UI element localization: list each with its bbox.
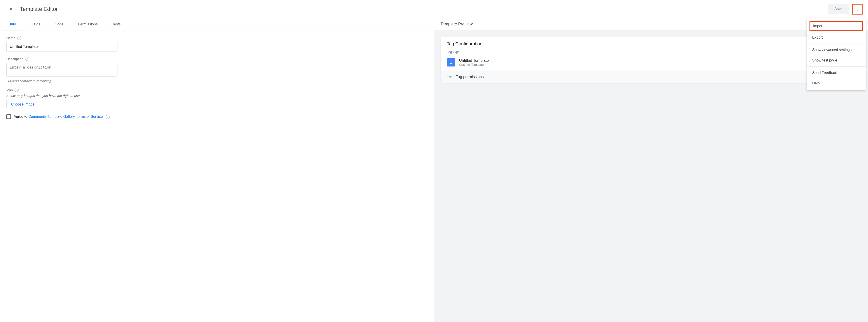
name-label: Name: [6, 36, 16, 40]
tag-row[interactable]: U Untitled Template Custom Template: [441, 57, 862, 70]
agree-checkbox[interactable]: [6, 114, 11, 119]
icon-hint: Select only images that you have the rig…: [6, 94, 428, 97]
card-title: Tag Configuration: [441, 37, 862, 48]
preview-title: Template Preview: [434, 18, 868, 30]
description-textarea[interactable]: [6, 63, 118, 77]
save-button[interactable]: Save: [828, 4, 849, 14]
close-button[interactable]: [5, 4, 16, 14]
choose-image-button[interactable]: Choose image: [6, 100, 39, 109]
tag-config-card: Tag Configuration Tag Type U Untitled Te…: [441, 37, 862, 83]
close-icon: [9, 7, 13, 11]
tag-permissions-label: Tag permissions: [456, 75, 484, 79]
key-icon: [447, 75, 452, 80]
tab-code[interactable]: Code: [48, 18, 70, 30]
svg-point-4: [857, 10, 857, 11]
tag-subtitle: Custom Template: [459, 63, 489, 66]
tab-permissions[interactable]: Permissions: [71, 18, 105, 30]
tab-tests[interactable]: Tests: [105, 18, 128, 30]
tag-permissions-row[interactable]: Tag permissions: [441, 70, 862, 83]
more-menu: Import Export Show advanced settings Sho…: [807, 18, 866, 90]
menu-show-test-page[interactable]: Show test page: [807, 55, 866, 65]
help-icon[interactable]: ?: [106, 115, 110, 119]
tabs: Info Fields Code Permissions Tests: [0, 18, 434, 30]
tab-fields[interactable]: Fields: [23, 18, 48, 30]
menu-export[interactable]: Export: [807, 32, 866, 43]
description-label: Description: [6, 57, 23, 61]
menu-import[interactable]: Import: [809, 21, 863, 31]
help-icon[interactable]: ?: [14, 88, 19, 92]
menu-help[interactable]: Help: [807, 78, 866, 88]
tag-type-label: Tag Type: [441, 48, 862, 57]
agree-prefix: Agree to: [13, 115, 28, 118]
svg-point-2: [857, 7, 857, 8]
menu-divider: [807, 43, 866, 44]
menu-send-feedback[interactable]: Send Feedback: [807, 68, 866, 78]
tag-icon: U: [447, 58, 455, 66]
agree-text: Agree to Community Template Gallery Term…: [13, 115, 110, 119]
menu-advanced-settings[interactable]: Show advanced settings: [807, 45, 866, 55]
page-title: Template Editor: [20, 6, 58, 12]
tag-name: Untitled Template: [459, 58, 489, 63]
menu-divider: [807, 66, 866, 67]
more-menu-button[interactable]: [852, 4, 863, 14]
help-icon[interactable]: ?: [25, 57, 29, 61]
header-bar: Template Editor Save: [0, 0, 868, 18]
svg-point-3: [857, 9, 857, 9]
icon-label: Icon: [6, 88, 13, 92]
more-vert-icon: [855, 7, 859, 11]
help-icon[interactable]: ?: [17, 36, 21, 40]
name-input[interactable]: [6, 42, 118, 52]
tos-link[interactable]: Community Template Gallery Terms of Serv…: [28, 115, 103, 118]
tab-info[interactable]: Info: [3, 18, 23, 30]
char-remaining: 200/200 characters remaining: [6, 79, 428, 83]
